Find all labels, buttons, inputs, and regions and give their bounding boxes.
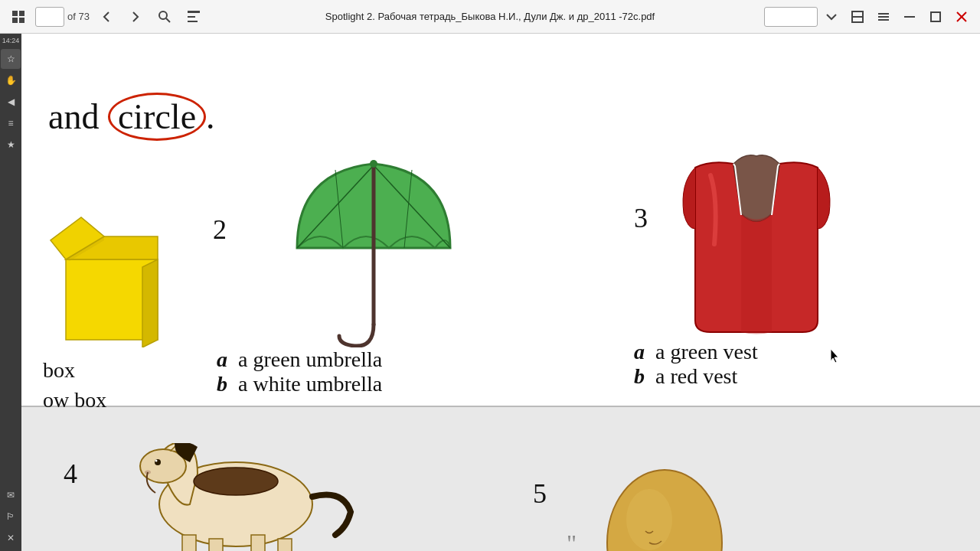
item3-opt-a-text: a green vest bbox=[655, 340, 758, 364]
page-navigation: 13 of 73 bbox=[35, 7, 90, 27]
mouse-cursor bbox=[829, 347, 840, 364]
toolbar: 13 of 73 Spotlight 2. Рабочая тетрадь_Бы… bbox=[0, 0, 980, 34]
svg-point-44 bbox=[194, 468, 278, 495]
vest-illustration bbox=[672, 152, 841, 340]
svg-rect-1 bbox=[19, 11, 24, 16]
svg-point-46 bbox=[626, 489, 672, 550]
svg-rect-0 bbox=[12, 11, 18, 16]
document-title: Spotlight 2. Рабочая тетрадь_Быкова Н.И.… bbox=[325, 11, 655, 22]
item3-opt-b-text: a red vest bbox=[655, 364, 737, 388]
maximize-button[interactable] bbox=[923, 5, 948, 29]
svg-point-42 bbox=[155, 460, 158, 462]
item2-number: 2 bbox=[213, 214, 227, 246]
item3-opt-a-letter: a bbox=[634, 340, 645, 364]
svg-marker-21 bbox=[142, 259, 158, 347]
svg-rect-15 bbox=[931, 12, 940, 21]
umbrella-illustration bbox=[282, 156, 466, 347]
item2-label-b: b a white umbrella bbox=[217, 372, 382, 396]
select-button[interactable] bbox=[181, 5, 206, 29]
item2-label-a: a a green umbrella bbox=[217, 347, 382, 372]
horse-illustration bbox=[98, 443, 358, 551]
svg-rect-13 bbox=[878, 19, 889, 21]
header-instruction: and circle. bbox=[48, 93, 215, 141]
svg-rect-2 bbox=[12, 18, 18, 23]
item3-labels: a a green vest b a red vest bbox=[634, 340, 758, 389]
pdf-page: and circle. box ow box 2 bbox=[21, 34, 980, 551]
menu-button[interactable] bbox=[871, 5, 896, 29]
svg-rect-31 bbox=[182, 535, 196, 551]
quotation-marks: " bbox=[567, 530, 577, 551]
prev-page-button[interactable] bbox=[94, 5, 119, 29]
svg-line-5 bbox=[166, 18, 170, 22]
minimize-button[interactable] bbox=[897, 5, 922, 29]
circled-word: circle bbox=[108, 93, 206, 141]
time-label: 14:24 bbox=[2, 37, 20, 44]
zoom-dropdown-button[interactable] bbox=[819, 5, 844, 29]
item1-label-partial1: box bbox=[43, 355, 106, 385]
sidebar-close-icon[interactable]: ✕ bbox=[1, 528, 21, 548]
sidebar-layers-icon[interactable]: ≡ bbox=[1, 113, 21, 133]
page-number-input[interactable]: 13 bbox=[35, 7, 64, 27]
svg-rect-14 bbox=[904, 16, 915, 18]
pdf-content-area[interactable]: and circle. box ow box 2 bbox=[21, 34, 980, 551]
item1-labels: box ow box bbox=[43, 355, 106, 415]
sidebar-nav-icon[interactable]: ◀ bbox=[1, 92, 21, 112]
thumbnail-button[interactable] bbox=[6, 5, 31, 29]
sidebar-hand-icon[interactable]: ✋ bbox=[1, 70, 21, 90]
sidebar-star-icon[interactable]: ★ bbox=[1, 135, 21, 155]
svg-rect-8 bbox=[188, 21, 198, 22]
header-period: . bbox=[206, 97, 215, 136]
search-button[interactable] bbox=[152, 5, 177, 29]
svg-rect-6 bbox=[188, 11, 200, 13]
item3-label-b: b a red vest bbox=[634, 364, 758, 389]
sidebar-flag-icon[interactable]: 🏳 bbox=[1, 507, 21, 527]
svg-rect-7 bbox=[188, 16, 195, 18]
svg-rect-12 bbox=[878, 16, 889, 18]
close-button[interactable] bbox=[949, 5, 974, 29]
next-page-button[interactable] bbox=[123, 5, 148, 29]
item2-opt-a-text: a green umbrella bbox=[238, 347, 382, 371]
sidebar-bookmark-icon[interactable]: ☆ bbox=[1, 49, 21, 69]
svg-rect-34 bbox=[278, 539, 292, 551]
svg-point-29 bbox=[370, 160, 377, 168]
fit-page-button[interactable] bbox=[845, 5, 870, 29]
sidebar-mail-icon[interactable]: ✉ bbox=[1, 485, 21, 505]
item3-label-a: a a green vest bbox=[634, 340, 758, 364]
svg-rect-32 bbox=[209, 539, 223, 551]
item2-opt-b-letter: b bbox=[217, 372, 227, 396]
header-and-text: and bbox=[48, 97, 99, 136]
item4-number: 4 bbox=[64, 458, 77, 490]
page-total: of 73 bbox=[67, 11, 90, 22]
zoom-input[interactable]: 211.61% bbox=[764, 7, 818, 27]
item3-opt-b-letter: b bbox=[634, 364, 645, 388]
box-illustration bbox=[43, 198, 162, 347]
svg-rect-11 bbox=[878, 13, 889, 15]
left-sidebar: 14:24 ☆ ✋ ◀ ≡ ★ ✉ 🏳 ✕ bbox=[0, 34, 21, 551]
item1-label-partial2: ow box bbox=[43, 385, 106, 415]
item2-opt-a-letter: a bbox=[217, 347, 227, 371]
item3-number: 3 bbox=[634, 202, 648, 234]
item2-opt-b-text: a white umbrella bbox=[238, 372, 382, 396]
svg-point-4 bbox=[159, 11, 167, 19]
egg-illustration bbox=[588, 458, 741, 551]
item2-labels: a a green umbrella b a white umbrella bbox=[217, 347, 382, 396]
svg-rect-33 bbox=[251, 535, 265, 551]
svg-rect-3 bbox=[19, 18, 24, 23]
zoom-controls: 211.61% bbox=[764, 5, 974, 29]
